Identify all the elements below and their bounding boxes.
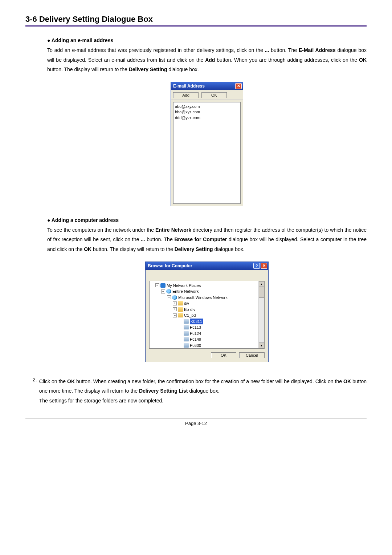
- text: dialogue box.: [188, 388, 219, 394]
- folder-icon: [178, 313, 183, 317]
- computer-icon: [184, 343, 189, 348]
- tree-row[interactable]: +div: [150, 300, 258, 307]
- tree-row[interactable]: K0311: [150, 319, 258, 325]
- content-area: Adding an e-mail address To add an e-mai…: [25, 37, 367, 362]
- tree-container: −My Network Places −Entire Network −Micr…: [149, 281, 265, 349]
- folder-icon: [178, 307, 183, 312]
- collapse-icon[interactable]: −: [155, 283, 159, 287]
- step-number: 2.: [33, 377, 37, 406]
- scroll-down-icon[interactable]: ▾: [259, 343, 264, 348]
- bold: E-Mail Address: [299, 47, 336, 53]
- computer-tree[interactable]: −My Network Places −Entire Network −Micr…: [150, 281, 258, 348]
- tree-row[interactable]: Pc113: [150, 324, 258, 331]
- bold: Delivery Setting: [129, 66, 167, 72]
- section-title: 3-6 Delivery Setting Dialogue Box: [25, 15, 367, 27]
- globe-icon: [172, 295, 177, 300]
- text: button. The display will return to the: [91, 246, 175, 252]
- text: button. When you are through adding addr…: [215, 57, 359, 63]
- text: button. The: [269, 47, 299, 53]
- email-listbox[interactable]: abc@zxy.com bbc@xyz.com ddd@yzx.com: [173, 102, 241, 204]
- scroll-track[interactable]: [259, 298, 264, 343]
- step-2: 2. Click on the OK button. When creating…: [25, 377, 367, 406]
- expand-icon[interactable]: +: [173, 301, 177, 305]
- globe-icon: [166, 289, 171, 293]
- computer-icon: [184, 325, 189, 329]
- tree-row[interactable]: −C1_pd: [150, 312, 258, 319]
- bold: OK: [67, 378, 75, 384]
- email-address-dialog: E-mail Address ✕ Add OK abc@zxy.com bbc@…: [171, 82, 243, 206]
- bold: Add: [205, 57, 215, 63]
- text: button. The: [145, 236, 175, 242]
- email-heading: Adding an e-mail address: [47, 37, 367, 43]
- computer-icon: [184, 319, 189, 324]
- text: The settings for the storage folders are…: [39, 398, 163, 404]
- tree-row[interactable]: −Entire Network: [150, 288, 258, 295]
- text: dialogue box.: [213, 246, 245, 252]
- text: Click on the: [39, 378, 67, 384]
- bold: Delivery Setting List: [139, 388, 188, 394]
- tree-label: My Network Places: [167, 283, 201, 289]
- computer-icon: [184, 331, 189, 336]
- collapse-icon[interactable]: −: [173, 313, 177, 317]
- bold: Browse for Computer: [174, 236, 227, 242]
- tree-label: Pc124: [190, 331, 201, 337]
- scroll-up-icon[interactable]: ▴: [259, 281, 264, 287]
- tree-label: C1_pd: [184, 312, 196, 319]
- ok-button[interactable]: OK: [201, 92, 227, 98]
- list-item[interactable]: bbc@xyz.com: [175, 109, 239, 115]
- dialog-toolbar: Add OK: [171, 90, 243, 100]
- tree-label: div: [184, 300, 189, 307]
- list-item[interactable]: ddd@yzx.com: [175, 115, 239, 121]
- computer-icon: [184, 337, 189, 341]
- bold: ...: [141, 236, 145, 242]
- dialog-titlebar: E-mail Address ✕: [171, 82, 243, 90]
- close-icon[interactable]: ✕: [261, 263, 267, 269]
- computer-heading: Adding a computer address: [47, 217, 367, 223]
- text: button. When creating a new folder, the …: [75, 378, 343, 384]
- collapse-icon[interactable]: −: [167, 295, 171, 299]
- tree-label: Microsoft Windows Network: [178, 295, 228, 301]
- cancel-button[interactable]: Cancel: [239, 352, 265, 358]
- tree-row[interactable]: +Bp-div: [150, 307, 258, 313]
- dialog-titlebar: Browse for Computer ? ✕: [146, 262, 268, 270]
- help-icon[interactable]: ?: [253, 263, 260, 269]
- tree-row[interactable]: −My Network Places: [150, 283, 258, 289]
- email-paragraph: To add an e-mail address that was previo…: [47, 45, 367, 74]
- bold: OK: [359, 57, 367, 63]
- tree-row[interactable]: −Microsoft Windows Network: [150, 295, 258, 301]
- collapse-icon[interactable]: −: [161, 289, 165, 293]
- tree-row[interactable]: Pc149: [150, 336, 258, 343]
- page-footer: Page 3-12: [25, 418, 367, 426]
- step-text: Click on the OK button. When creating a …: [39, 377, 367, 406]
- bold: Entire Network: [155, 227, 191, 233]
- scrollbar[interactable]: ▴ ▾: [258, 281, 264, 348]
- text: button. The display will return to the: [47, 66, 129, 72]
- dialog-title: E-mail Address: [173, 84, 205, 89]
- bold: Delivery Setting: [175, 246, 213, 252]
- computer-paragraph: To see the computers on the network unde…: [47, 225, 367, 254]
- ok-button[interactable]: OK: [211, 352, 236, 358]
- bold: OK: [84, 246, 91, 252]
- tree-label: Pc149: [190, 336, 201, 343]
- text: To add an e-mail address that was previo…: [47, 47, 265, 53]
- browse-computer-dialog: Browse for Computer ? ✕ −My Network Plac…: [145, 262, 269, 362]
- tree-row[interactable]: Pc600: [150, 343, 258, 348]
- scroll-thumb[interactable]: [259, 287, 264, 298]
- bold: OK: [343, 378, 351, 384]
- folder-icon: [178, 301, 183, 305]
- tree-row[interactable]: Pc124: [150, 331, 258, 337]
- dialog-title: Browse for Computer: [148, 263, 192, 268]
- text: dialogue box.: [167, 66, 199, 72]
- add-button[interactable]: Add: [173, 92, 199, 98]
- tree-label: Pc600: [190, 343, 201, 348]
- tree-label: Pc113: [190, 324, 201, 331]
- text: To see the computers on the network unde…: [47, 227, 155, 233]
- close-icon[interactable]: ✕: [235, 83, 242, 89]
- tree-label-selected: K0311: [190, 319, 203, 325]
- list-item[interactable]: abc@zxy.com: [175, 104, 239, 109]
- bold: ...: [265, 47, 269, 53]
- tree-label: Entire Network: [172, 288, 199, 295]
- expand-icon[interactable]: +: [173, 307, 177, 311]
- tree-label: Bp-div: [184, 307, 195, 313]
- network-icon: [160, 283, 166, 288]
